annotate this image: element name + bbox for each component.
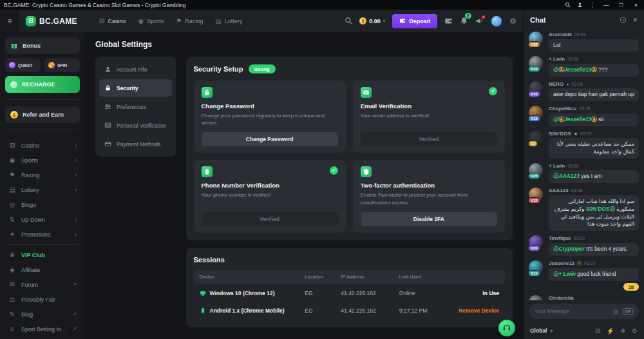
chevron-right-icon: › bbox=[75, 231, 77, 238]
chat-mention[interactable]: @S0N'DOS bbox=[586, 206, 615, 212]
wallet-button[interactable] bbox=[444, 17, 453, 25]
quest-button[interactable]: QUEST bbox=[5, 58, 41, 72]
minimize-button[interactable]: — bbox=[602, 2, 611, 8]
settings-tab-personal-verification[interactable]: Personal Verification bbox=[99, 117, 172, 134]
settings-tab-payment-methods[interactable]: Payment Methods bbox=[99, 135, 172, 153]
settings-tab-preferences[interactable]: Preferences bbox=[99, 98, 172, 115]
chat-username[interactable]: Chiqui90cu bbox=[549, 106, 576, 111]
close-button[interactable]: × bbox=[632, 2, 640, 8]
brand-logo[interactable]: B BC.GAME bbox=[26, 16, 77, 26]
chat-mention[interactable]: @+ Lwin bbox=[553, 271, 576, 277]
search-icon[interactable] bbox=[565, 2, 571, 8]
chat-username[interactable]: ArumiAM bbox=[549, 32, 572, 37]
sidebar-toggle-button[interactable]: ≡ bbox=[0, 10, 19, 32]
sidebar-item-forum[interactable]: ✉Forum↗ bbox=[5, 277, 80, 292]
recharge-button[interactable]: RECHARGE bbox=[5, 76, 80, 93]
sidebar-item-affiliate[interactable]: ◈Affiliate bbox=[5, 262, 80, 277]
browser-menu-icon[interactable]: ⋮ bbox=[589, 2, 596, 8]
notifications-button[interactable]: 2 bbox=[460, 17, 468, 25]
recharge-icon bbox=[10, 81, 17, 88]
chat-avatar[interactable] bbox=[529, 295, 544, 300]
support-button[interactable] bbox=[498, 320, 515, 336]
ticket-icon: ▤ bbox=[8, 186, 16, 193]
chat-settings-icon[interactable]: ⚙ bbox=[632, 327, 638, 334]
chat-avatar[interactable]: V3 bbox=[529, 131, 544, 159]
rules-icon[interactable]: ❖ bbox=[620, 327, 626, 334]
sidebar-item-racing[interactable]: ⚑Racing› bbox=[5, 168, 80, 182]
verified-button[interactable]: Verified bbox=[202, 212, 338, 226]
chat-avatar[interactable]: V13 bbox=[529, 106, 544, 126]
chat-username[interactable]: S0N'DOS bbox=[549, 131, 571, 137]
sidebar-item-bingo[interactable]: ◎Bingo bbox=[5, 197, 80, 212]
chat-avatar[interactable]: V10 bbox=[529, 81, 544, 101]
chat-avatar[interactable]: V15 bbox=[529, 260, 544, 291]
chat-timestamp: 03:06 bbox=[567, 57, 579, 61]
info-icon[interactable] bbox=[620, 16, 627, 23]
disable-2fa-button[interactable]: Disable 2FA bbox=[361, 212, 497, 226]
topnav-link-casino[interactable]: ⚄Casino bbox=[99, 17, 126, 24]
emoji-icon[interactable]: ☺ bbox=[612, 307, 620, 315]
chat-mention[interactable]: @Cryptoper bbox=[553, 246, 585, 252]
chat-mention[interactable]: Jesselle13 bbox=[564, 116, 592, 122]
session-ip: 41.42.226.162 bbox=[341, 307, 399, 314]
sidebar-item-sport-betting-insig[interactable]: ≡Sport Betting Insig...↗ bbox=[5, 322, 80, 336]
sidebar-item-label: Bingo bbox=[21, 202, 77, 208]
profile-icon[interactable] bbox=[577, 2, 583, 8]
announcements-button[interactable] bbox=[475, 17, 484, 25]
chat-mention[interactable]: @AAA123 bbox=[553, 173, 580, 179]
ticket-icon: ▤ bbox=[215, 17, 221, 24]
chat-avatar[interactable]: V25 bbox=[529, 163, 544, 183]
games-icon[interactable]: ⚄ bbox=[595, 327, 601, 334]
search-icon[interactable] bbox=[345, 17, 352, 26]
sidebar-item-blog[interactable]: ✎Blog↗ bbox=[5, 307, 80, 322]
settings-tab-security[interactable]: Security bbox=[99, 79, 172, 97]
refer-and-earn-button[interactable]: $ Refer and Earn bbox=[5, 106, 80, 123]
sidebar-bonus-button[interactable]: Bonus bbox=[5, 37, 80, 54]
chat-username[interactable]: + Lwin bbox=[549, 163, 565, 169]
sidebar-item-promotions[interactable]: ✦Promotions› bbox=[5, 227, 80, 242]
change-password-button[interactable]: Change Password bbox=[202, 132, 338, 146]
chat-username[interactable]: + Lwin bbox=[549, 56, 565, 62]
chat-username[interactable]: Jesselle13 bbox=[549, 260, 574, 266]
sidebar-item-casino[interactable]: ⚄Casino› bbox=[5, 138, 80, 153]
chat-username[interactable]: NERO bbox=[549, 81, 564, 87]
chat-avatar[interactable]: V12 bbox=[529, 188, 544, 231]
chat-message-input[interactable] bbox=[535, 308, 609, 315]
chat-avatar[interactable]: V26 bbox=[529, 235, 544, 255]
sidebar-item-provably-fair[interactable]: ⚖Provably Fair bbox=[5, 292, 80, 307]
topnav-link-lottery[interactable]: ▤Lottery bbox=[215, 17, 242, 24]
chat-avatar[interactable]: V25 bbox=[529, 56, 544, 76]
chat-close-icon[interactable]: × bbox=[632, 15, 638, 24]
balance-selector[interactable]: $ 0.00 ▾ bbox=[359, 17, 385, 24]
chat-message: Cinderella bbox=[529, 295, 639, 300]
rain-icon[interactable]: ⚡ bbox=[607, 327, 614, 334]
chat-timestamp: 03:09 bbox=[584, 261, 596, 266]
settings-tab-account-info[interactable]: Account Info bbox=[99, 61, 172, 78]
gift-icon bbox=[10, 42, 18, 50]
chat-message-body: Cinderella bbox=[549, 295, 639, 300]
spin-button[interactable]: SPIN bbox=[44, 58, 80, 72]
gif-button[interactable]: GIF bbox=[623, 308, 633, 315]
doc-icon: ≡ bbox=[8, 325, 16, 333]
sidebar-item-up-down[interactable]: ⇅Up Down› bbox=[5, 212, 80, 227]
chat-mention[interactable]: Jesselle13 bbox=[564, 66, 592, 73]
chat-avatar[interactable]: V38 bbox=[529, 32, 544, 52]
chat-username[interactable]: AAA123 bbox=[549, 188, 569, 193]
settings-gear-icon[interactable]: ⚙ bbox=[509, 17, 516, 26]
remove-device-button[interactable]: Remove Device bbox=[446, 307, 499, 314]
sidebar-item-lottery[interactable]: ▤Lottery› bbox=[5, 182, 80, 197]
chat-username[interactable]: Cinderella bbox=[549, 295, 574, 300]
chat-panel: Chat × V38ArumiAM03:09LolV25+ Lwin03:06@… bbox=[523, 10, 644, 339]
sidebar-item-vip-club[interactable]: ♛VIP Club bbox=[5, 247, 80, 262]
level-badge: V13 bbox=[528, 115, 540, 122]
deposit-button[interactable]: Deposit bbox=[392, 14, 437, 28]
chat-username[interactable]: Towfique bbox=[549, 235, 571, 241]
sidebar-item-sports[interactable]: ◉Sports› bbox=[5, 153, 80, 168]
topnav-link-sports[interactable]: ◉Sports bbox=[138, 17, 164, 24]
chat-room-selector[interactable]: Global ▾ bbox=[530, 327, 553, 334]
maximize-button[interactable]: □ bbox=[617, 2, 625, 8]
topnav-link-racing[interactable]: ⚑Racing bbox=[176, 17, 203, 24]
verified-button[interactable]: Verified bbox=[361, 132, 497, 146]
user-avatar[interactable] bbox=[491, 15, 502, 27]
chat-title: Chat bbox=[530, 16, 614, 24]
